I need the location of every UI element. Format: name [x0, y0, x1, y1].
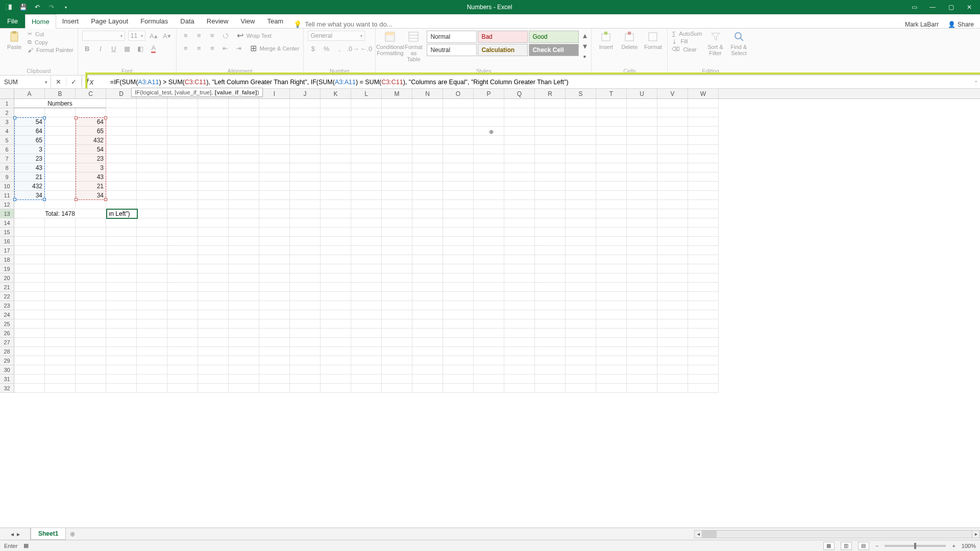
cell[interactable] [198, 310, 229, 319]
cell-C11[interactable]: 34 [76, 191, 106, 200]
cell[interactable] [535, 108, 566, 117]
column-header-Q[interactable]: Q [504, 89, 535, 98]
cell[interactable] [167, 228, 198, 237]
cell[interactable] [351, 191, 382, 200]
cell[interactable] [688, 356, 719, 365]
cell[interactable] [443, 356, 474, 365]
column-header-T[interactable]: T [596, 89, 627, 98]
cell[interactable] [596, 356, 627, 365]
cell[interactable] [382, 237, 412, 246]
cell[interactable] [382, 136, 412, 145]
cell[interactable] [137, 347, 167, 356]
cell[interactable] [504, 301, 535, 310]
cell[interactable] [106, 163, 137, 172]
cell[interactable] [321, 283, 351, 292]
font-size-select[interactable]: 11▾ [128, 31, 145, 41]
tab-page-layout[interactable]: Page Layout [85, 14, 134, 28]
row-header-23[interactable]: 23 [0, 301, 14, 310]
row-header-20[interactable]: 20 [0, 273, 14, 283]
column-header-S[interactable]: S [566, 89, 596, 98]
cell[interactable] [76, 228, 106, 237]
cell[interactable] [137, 329, 167, 338]
cell[interactable] [351, 283, 382, 292]
cell[interactable] [45, 356, 76, 365]
cell[interactable] [474, 117, 504, 127]
cell[interactable] [627, 319, 657, 329]
cell[interactable] [290, 200, 321, 209]
cell[interactable] [627, 136, 657, 145]
cell[interactable] [382, 117, 412, 127]
cell-C3[interactable]: 64 [76, 117, 106, 127]
cell[interactable] [45, 108, 76, 117]
cell[interactable] [45, 127, 76, 136]
cell[interactable] [596, 209, 627, 218]
cell[interactable] [566, 310, 596, 319]
cell[interactable] [443, 292, 474, 301]
cell[interactable] [137, 319, 167, 329]
cell[interactable] [504, 172, 535, 182]
cell[interactable] [657, 347, 688, 356]
cell[interactable] [14, 384, 45, 393]
cell[interactable] [596, 172, 627, 182]
cell[interactable] [290, 218, 321, 228]
cell[interactable] [290, 338, 321, 347]
cell[interactable] [535, 136, 566, 145]
cell[interactable] [167, 301, 198, 310]
cell[interactable] [14, 200, 45, 209]
cell[interactable] [259, 127, 290, 136]
row-header-30[interactable]: 30 [0, 365, 14, 374]
cell[interactable] [76, 356, 106, 365]
cell[interactable] [443, 347, 474, 356]
cell[interactable] [259, 154, 290, 163]
row-header-22[interactable]: 22 [0, 292, 14, 301]
cell[interactable] [45, 191, 76, 200]
cell[interactable] [198, 99, 229, 108]
cell[interactable] [596, 136, 627, 145]
cell[interactable] [45, 172, 76, 182]
cell[interactable] [688, 384, 719, 393]
cell[interactable] [45, 264, 76, 273]
signed-in-user[interactable]: Mark LaBarr [902, 21, 942, 28]
cell[interactable] [137, 301, 167, 310]
cell[interactable] [106, 292, 137, 301]
cell[interactable] [382, 365, 412, 374]
cell[interactable] [627, 283, 657, 292]
cell[interactable] [321, 117, 351, 127]
cell[interactable] [474, 99, 504, 108]
cell[interactable] [566, 163, 596, 172]
column-header-O[interactable]: O [443, 89, 474, 98]
cell[interactable] [351, 374, 382, 384]
gallery-up-icon[interactable]: ▴ [583, 31, 587, 40]
cell[interactable] [321, 273, 351, 283]
cell[interactable] [688, 99, 719, 108]
cell[interactable] [106, 356, 137, 365]
cell[interactable] [351, 264, 382, 273]
cell[interactable] [474, 200, 504, 209]
cell[interactable] [474, 319, 504, 329]
cell[interactable] [198, 228, 229, 237]
cell[interactable] [443, 319, 474, 329]
cell[interactable] [259, 191, 290, 200]
cell[interactable] [382, 384, 412, 393]
cell[interactable] [229, 228, 259, 237]
cell[interactable] [167, 191, 198, 200]
row-header-32[interactable]: 32 [0, 384, 14, 393]
column-header-V[interactable]: V [657, 89, 688, 98]
cell[interactable] [137, 182, 167, 191]
cell[interactable] [198, 246, 229, 255]
cell[interactable] [688, 283, 719, 292]
cell[interactable] [45, 218, 76, 228]
cell[interactable] [76, 283, 106, 292]
cell[interactable] [259, 136, 290, 145]
cell[interactable] [535, 200, 566, 209]
cell[interactable] [321, 347, 351, 356]
row-header-28[interactable]: 28 [0, 347, 14, 356]
cell[interactable] [167, 356, 198, 365]
format-painter-button[interactable]: 🖌Format Painter [28, 47, 74, 53]
cell[interactable] [76, 310, 106, 319]
cell[interactable] [45, 301, 76, 310]
cell[interactable] [627, 374, 657, 384]
cell[interactable] [474, 145, 504, 154]
cell[interactable] [321, 301, 351, 310]
cell[interactable] [474, 182, 504, 191]
